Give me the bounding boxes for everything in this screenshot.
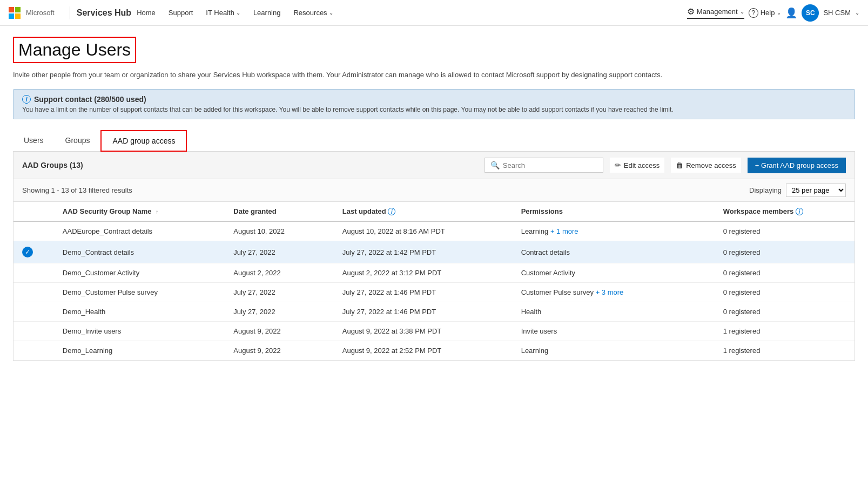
row-date-granted-3: July 27, 2022: [225, 283, 333, 302]
table-row[interactable]: Demo_Customer Pulse survey July 27, 2022…: [14, 283, 854, 302]
grant-aad-group-access-button[interactable]: + Grant AAD group access: [748, 158, 846, 173]
per-page-select[interactable]: 25 per page 50 per page 100 per page: [786, 184, 846, 197]
help-chevron-icon: ⌄: [777, 10, 781, 16]
checked-icon: ✓: [22, 247, 33, 257]
page-title-box: Manage Users: [13, 37, 136, 63]
gear-icon: ⚙: [687, 6, 695, 17]
nav-divider: [70, 6, 70, 19]
row-checkbox-1[interactable]: ✓: [14, 241, 54, 263]
row-checkbox-5[interactable]: [14, 322, 54, 341]
management-chevron-icon: ⌄: [740, 9, 744, 15]
row-checkbox-3[interactable]: [14, 283, 54, 302]
row-permissions-5: Invite users: [513, 322, 715, 341]
row-members-0: 0 registered: [715, 221, 854, 241]
table-scroll-container[interactable]: AAD Security Group Name ↑ Date granted L…: [13, 202, 855, 362]
row-date-granted-2: August 2, 2022: [225, 263, 333, 283]
topnav: Microsoft Services Hub Home Support IT H…: [0, 0, 868, 26]
row-name-2: Demo_Customer Activity: [54, 263, 225, 283]
tab-aad-group-access[interactable]: AAD group access: [100, 130, 187, 152]
management-menu[interactable]: ⚙ Management ⌄: [687, 6, 744, 19]
logo[interactable]: Microsoft: [9, 7, 55, 19]
page-title: Manage Users: [18, 40, 131, 60]
col-header-name[interactable]: AAD Security Group Name ↑: [54, 202, 225, 222]
table-title: AAD Groups (13): [22, 161, 478, 169]
row-members-5: 1 registered: [715, 322, 854, 341]
row-last-updated-3: July 27, 2022 at 1:46 PM PDT: [334, 283, 513, 302]
notifications-icon[interactable]: 👤: [785, 7, 797, 19]
help-menu[interactable]: ? Help ⌄: [749, 8, 782, 18]
row-members-6: 1 registered: [715, 341, 854, 361]
management-label: Management: [697, 8, 738, 16]
row-date-granted-5: August 9, 2022: [225, 322, 333, 341]
row-checkbox-0[interactable]: [14, 221, 54, 241]
help-circle-icon: ?: [749, 8, 758, 18]
username-chevron-icon: ⌄: [855, 10, 859, 16]
search-box[interactable]: 🔍: [485, 158, 603, 173]
row-members-1: 0 registered: [715, 241, 854, 263]
row-date-granted-0: August 10, 2022: [225, 221, 333, 241]
row-date-granted-6: August 9, 2022: [225, 341, 333, 361]
row-name-1: Demo_Contract details: [54, 241, 225, 263]
search-input[interactable]: [503, 161, 597, 169]
nav-learning[interactable]: Learning: [248, 6, 286, 19]
row-checkbox-6[interactable]: [14, 341, 54, 361]
col-header-workspace-members: Workspace members i: [715, 202, 854, 222]
support-banner: i Support contact (280/500 used) You hav…: [13, 89, 855, 119]
row-name-6: Demo_Learning: [54, 341, 225, 361]
ithealth-chevron-icon: ⌄: [236, 10, 240, 16]
row-checkbox-4[interactable]: [14, 302, 54, 322]
support-banner-desc: You have a limit on the number of suppor…: [22, 106, 846, 113]
nav-links: Home Support IT Health ⌄ Learning Resour…: [131, 6, 687, 19]
edit-icon: ✏: [615, 161, 621, 169]
search-icon: 🔍: [490, 161, 500, 169]
row-date-granted-1: July 27, 2022: [225, 241, 333, 263]
main-content: Manage Users Invite other people from yo…: [0, 26, 868, 372]
brand-name: Services Hub: [77, 8, 131, 18]
col-header-check: [14, 202, 54, 222]
tabs: Users Groups AAD group access: [13, 130, 855, 152]
resources-chevron-icon: ⌄: [329, 10, 333, 16]
permissions-more-link[interactable]: + 1 more: [550, 227, 578, 235]
table-row[interactable]: Demo_Learning August 9, 2022 August 9, 2…: [14, 341, 854, 361]
avatar[interactable]: SC: [802, 4, 819, 22]
row-permissions-4: Health: [513, 302, 715, 322]
table-row[interactable]: AADEurope_Contract details August 10, 20…: [14, 221, 854, 241]
remove-access-button[interactable]: 🗑 Remove access: [671, 158, 741, 173]
sort-asc-icon: ↑: [156, 209, 158, 215]
last-updated-info-icon: i: [388, 208, 395, 215]
username[interactable]: SH CSM: [823, 9, 851, 17]
row-name-5: Demo_Invite users: [54, 322, 225, 341]
table-row[interactable]: ✓ Demo_Contract details July 27, 2022 Ju…: [14, 241, 854, 263]
col-header-permissions: Permissions: [513, 202, 715, 222]
row-permissions-2: Customer Activity: [513, 263, 715, 283]
page-description: Invite other people from your team or or…: [13, 70, 855, 80]
permissions-more-link[interactable]: + 3 more: [596, 288, 624, 296]
row-members-3: 0 registered: [715, 283, 854, 302]
table-row[interactable]: Demo_Health July 27, 2022 July 27, 2022 …: [14, 302, 854, 322]
tab-groups[interactable]: Groups: [55, 131, 101, 151]
tab-users[interactable]: Users: [13, 131, 55, 151]
table-row[interactable]: Demo_Customer Activity August 2, 2022 Au…: [14, 263, 854, 283]
table-body: AADEurope_Contract details August 10, 20…: [14, 221, 854, 361]
col-header-last-updated[interactable]: Last updated i: [334, 202, 513, 222]
row-last-updated-1: July 27, 2022 at 1:42 PM PDT: [334, 241, 513, 263]
row-date-granted-4: July 27, 2022: [225, 302, 333, 322]
row-last-updated-6: August 9, 2022 at 2:52 PM PDT: [334, 341, 513, 361]
col-header-date-granted[interactable]: Date granted: [225, 202, 333, 222]
displaying-label: Displaying: [749, 186, 782, 194]
nav-support[interactable]: Support: [163, 6, 199, 19]
table-row[interactable]: Demo_Invite users August 9, 2022 August …: [14, 322, 854, 341]
nav-ithealth[interactable]: IT Health ⌄: [200, 6, 246, 19]
row-last-updated-4: July 27, 2022 at 1:46 PM PDT: [334, 302, 513, 322]
support-banner-title: i Support contact (280/500 used): [22, 95, 846, 104]
trash-icon: 🗑: [676, 161, 683, 169]
row-permissions-1: Contract details: [513, 241, 715, 263]
row-checkbox-2[interactable]: [14, 263, 54, 283]
row-members-2: 0 registered: [715, 263, 854, 283]
nav-home[interactable]: Home: [131, 6, 161, 19]
row-last-updated-5: August 9, 2022 at 3:38 PM PDT: [334, 322, 513, 341]
results-text: Showing 1 - 13 of 13 filtered results: [22, 186, 132, 194]
microsoft-logo: [9, 7, 21, 19]
nav-resources[interactable]: Resources ⌄: [288, 6, 338, 19]
edit-access-button[interactable]: ✏ Edit access: [610, 158, 664, 173]
